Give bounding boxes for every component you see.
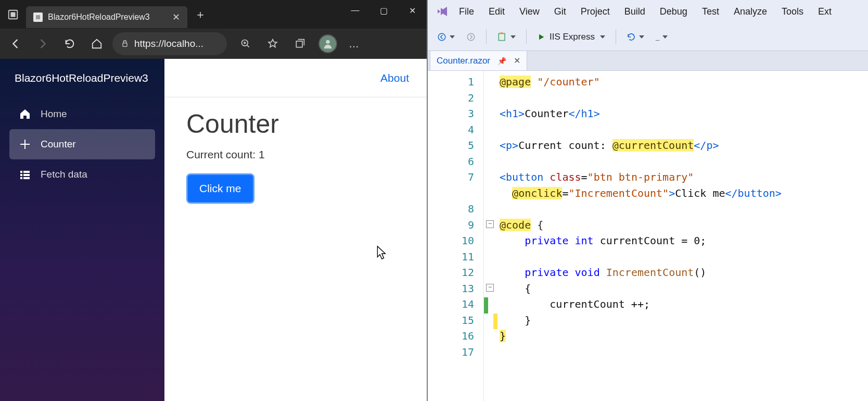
more-menu-icon[interactable]: … xyxy=(344,38,364,50)
sidebar-item-counter[interactable]: Counter xyxy=(9,129,155,159)
count-text: Current count: 1 xyxy=(186,148,405,161)
lock-icon xyxy=(121,40,129,48)
nav-back-button[interactable] xyxy=(434,30,458,44)
window-controls: — ▢ ✕ xyxy=(341,0,427,21)
favorite-icon[interactable] xyxy=(261,32,284,55)
svg-rect-1 xyxy=(10,12,15,17)
menu-debug[interactable]: Debug xyxy=(653,3,695,20)
svg-rect-5 xyxy=(296,41,302,47)
menu-file[interactable]: File xyxy=(452,3,481,20)
app-page: About Counter Current count: 1 Click me xyxy=(164,59,427,401)
count-value: 1 xyxy=(259,148,265,160)
app-brand: Blazor6HotReloadPreview3 xyxy=(0,59,164,99)
svg-point-6 xyxy=(326,40,329,44)
fold-column: −− xyxy=(484,71,500,401)
vs-toolbar: IIS Express _ xyxy=(428,23,868,51)
hot-reload-button[interactable] xyxy=(623,30,647,44)
menu-test[interactable]: Test xyxy=(695,3,726,20)
list-icon xyxy=(19,168,31,181)
tab-actions-icon[interactable] xyxy=(0,9,26,20)
code-area[interactable]: @page "/counter" <h1>Counter</h1> <p>Cur… xyxy=(500,71,868,401)
sidebar-item-home[interactable]: Home xyxy=(9,99,155,129)
vs-editor-tabs: Counter.razor 📌 ✕ xyxy=(428,51,868,71)
new-item-button[interactable] xyxy=(494,30,519,44)
click-me-button[interactable]: Click me xyxy=(186,173,254,204)
menu-ext[interactable]: Ext xyxy=(811,3,839,20)
browser-viewport: Blazor6HotReloadPreview3 HomeCounterFetc… xyxy=(0,59,427,401)
vs-menubar: FileEditViewGitProjectBuildDebugTestAnal… xyxy=(428,0,868,23)
menu-edit[interactable]: Edit xyxy=(481,3,512,20)
cursor-icon xyxy=(373,245,388,263)
menu-tools[interactable]: Tools xyxy=(774,3,811,20)
visual-studio-window: FileEditViewGitProjectBuildDebugTestAnal… xyxy=(427,0,868,401)
run-button[interactable]: IIS Express xyxy=(534,30,608,44)
app-sidebar: Blazor6HotReloadPreview3 HomeCounterFetc… xyxy=(0,59,164,401)
browser-window: Blazor6HotReloadPreview3 ✕ ＋ — ▢ ✕ xyxy=(0,0,427,401)
svg-point-8 xyxy=(467,33,475,41)
editor-tab-counter-razor[interactable]: Counter.razor 📌 ✕ xyxy=(430,51,527,70)
config-dropdown[interactable]: _ xyxy=(653,31,671,43)
maximize-button[interactable]: ▢ xyxy=(369,0,398,21)
forward-button[interactable] xyxy=(31,32,54,55)
menu-git[interactable]: Git xyxy=(547,3,573,20)
svg-point-7 xyxy=(438,33,445,41)
page-heading: Counter xyxy=(186,109,405,139)
sidebar-item-fetch-data[interactable]: Fetch data xyxy=(9,159,155,190)
tab-close-icon[interactable]: ✕ xyxy=(172,11,180,23)
menu-view[interactable]: View xyxy=(512,3,547,20)
home-button[interactable] xyxy=(85,32,108,55)
browser-titlebar: Blazor6HotReloadPreview3 ✕ ＋ — ▢ ✕ xyxy=(0,0,427,29)
vs-logo-icon xyxy=(433,5,452,18)
new-tab-button[interactable]: ＋ xyxy=(195,7,206,22)
address-bar[interactable]: https://localho... xyxy=(112,32,227,55)
favicon-icon xyxy=(33,12,43,22)
sidebar-item-label: Counter xyxy=(41,139,76,150)
nav-forward-button[interactable] xyxy=(463,30,479,44)
browser-toolbar: https://localho... … xyxy=(0,29,427,59)
run-profile-label: IIS Express xyxy=(550,32,595,42)
tab-title: Blazor6HotReloadPreview3 xyxy=(48,12,150,22)
line-number-gutter: 1234567 891011121314151617 xyxy=(428,71,484,401)
plus-icon xyxy=(19,138,31,151)
menu-build[interactable]: Build xyxy=(617,3,653,20)
close-window-button[interactable]: ✕ xyxy=(398,0,427,21)
browser-tab[interactable]: Blazor6HotReloadPreview3 ✕ xyxy=(26,6,187,28)
url-text: https://localho... xyxy=(134,38,203,49)
home-icon xyxy=(19,108,31,120)
editor-tab-label: Counter.razor xyxy=(437,56,490,66)
code-editor[interactable]: 1234567 891011121314151617 −− @page "/co… xyxy=(428,71,868,401)
menu-project[interactable]: Project xyxy=(573,3,617,20)
collections-icon[interactable] xyxy=(288,32,311,55)
refresh-button[interactable] xyxy=(58,32,81,55)
app-topbar: About xyxy=(164,59,427,97)
tab-close-icon[interactable]: ✕ xyxy=(514,56,520,66)
minimize-button[interactable]: — xyxy=(341,0,369,21)
zoom-icon[interactable] xyxy=(234,32,257,55)
profile-avatar[interactable] xyxy=(318,34,337,53)
pin-icon[interactable]: 📌 xyxy=(497,57,506,65)
sidebar-item-label: Home xyxy=(41,108,67,120)
menu-analyze[interactable]: Analyze xyxy=(726,3,774,20)
sidebar-item-label: Fetch data xyxy=(41,169,87,180)
svg-rect-3 xyxy=(123,43,127,47)
back-button[interactable] xyxy=(4,32,27,55)
svg-rect-9 xyxy=(499,33,505,40)
about-link[interactable]: About xyxy=(380,72,409,84)
